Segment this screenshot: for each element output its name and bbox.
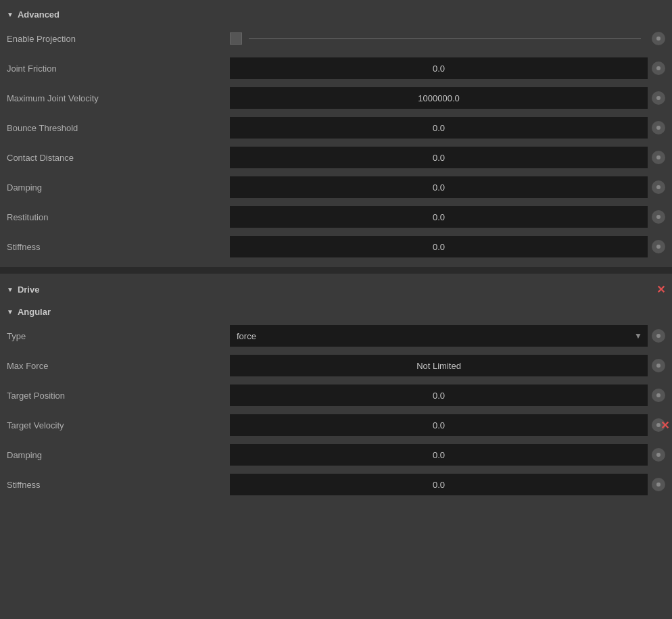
target-position-row: Target Position — [0, 380, 672, 410]
type-select[interactable]: force acceleration — [230, 325, 648, 347]
angular-title: Angular — [18, 307, 51, 317]
enable-projection-checkbox[interactable] — [230, 32, 242, 45]
contact-distance-dot-button[interactable] — [652, 151, 665, 164]
target-position-dot-button[interactable] — [652, 389, 665, 402]
drive-damping-label: Damping — [7, 450, 230, 460]
bounce-threshold-label: Bounce Threshold — [7, 123, 230, 133]
drive-title: Drive — [18, 284, 40, 295]
advanced-stiffness-control — [230, 236, 648, 257]
enable-projection-row: Enable Projection — [0, 24, 672, 53]
drive-close-button[interactable]: ✕ — [656, 283, 665, 296]
advanced-arrow-icon: ▼ — [7, 11, 14, 18]
drive-stiffness-input[interactable] — [230, 474, 648, 495]
drive-damping-input[interactable] — [230, 444, 648, 466]
angular-arrow-icon: ▼ — [7, 308, 14, 316]
bounce-threshold-row: Bounce Threshold — [0, 113, 672, 143]
max-force-label: Max Force — [7, 361, 230, 371]
joint-friction-row: Joint Friction — [0, 53, 672, 83]
main-section-divider — [0, 267, 672, 274]
drive-stiffness-dot-button[interactable] — [652, 478, 665, 491]
drive-damping-control — [230, 444, 648, 466]
joint-friction-control — [230, 57, 648, 79]
type-label: Type — [7, 331, 230, 341]
maximum-joint-velocity-row: Maximum Joint Velocity — [0, 83, 672, 113]
enable-projection-control — [230, 32, 648, 45]
max-force-control — [230, 355, 648, 376]
contact-distance-row: Contact Distance — [0, 143, 672, 172]
advanced-damping-input[interactable] — [230, 176, 648, 198]
drive-stiffness-row: Stiffness — [0, 470, 672, 499]
advanced-damping-dot-button[interactable] — [652, 180, 665, 194]
advanced-section: ▼ Advanced Enable Projection Joint Frict… — [0, 0, 672, 267]
maximum-joint-velocity-dot-button[interactable] — [652, 91, 665, 105]
angular-subsection-header[interactable]: ▼ Angular — [0, 303, 672, 321]
maximum-joint-velocity-control — [230, 87, 648, 109]
type-select-wrapper: force acceleration ▼ — [230, 325, 648, 347]
advanced-header[interactable]: ▼ Advanced — [0, 5, 672, 24]
maximum-joint-velocity-input[interactable] — [230, 87, 648, 109]
bounce-threshold-dot-button[interactable] — [652, 121, 665, 134]
target-position-control — [230, 385, 648, 406]
bounce-threshold-control — [230, 117, 648, 139]
max-force-input[interactable] — [230, 355, 648, 376]
enable-projection-slider-line — [249, 38, 641, 39]
advanced-stiffness-dot-button[interactable] — [652, 240, 665, 253]
drive-arrow-icon: ▼ — [7, 286, 14, 293]
target-velocity-delete-button[interactable]: ✕ — [656, 416, 672, 435]
restitution-input[interactable] — [230, 206, 648, 228]
contact-distance-label: Contact Distance — [7, 153, 230, 163]
advanced-damping-row: Damping — [0, 172, 672, 202]
target-velocity-row: Target Velocity ✕ — [0, 410, 672, 440]
drive-stiffness-label: Stiffness — [7, 480, 230, 490]
bounce-threshold-input[interactable] — [230, 117, 648, 139]
max-force-dot-button[interactable] — [652, 359, 665, 372]
joint-friction-input[interactable] — [230, 57, 648, 79]
restitution-row: Restitution — [0, 202, 672, 232]
advanced-stiffness-input[interactable] — [230, 236, 648, 257]
restitution-label: Restitution — [7, 212, 230, 222]
target-velocity-control — [230, 414, 648, 436]
contact-distance-input[interactable] — [230, 147, 648, 168]
advanced-damping-control — [230, 176, 648, 198]
drive-stiffness-control — [230, 474, 648, 495]
enable-projection-dot-button[interactable] — [652, 32, 665, 45]
type-dot-button[interactable] — [652, 329, 665, 343]
drive-section: ▼ Drive ✕ ▼ Angular Type force accelerat… — [0, 274, 672, 505]
advanced-stiffness-label: Stiffness — [7, 242, 230, 252]
advanced-title: Advanced — [18, 9, 59, 20]
target-position-label: Target Position — [7, 391, 230, 401]
max-force-row: Max Force — [0, 351, 672, 380]
drive-damping-dot-button[interactable] — [652, 448, 665, 462]
advanced-damping-label: Damping — [7, 182, 230, 193]
joint-friction-label: Joint Friction — [7, 64, 230, 74]
drive-damping-row: Damping — [0, 440, 672, 470]
type-row: Type force acceleration ▼ — [0, 321, 672, 351]
type-control: force acceleration ▼ — [230, 325, 648, 347]
restitution-control — [230, 206, 648, 228]
maximum-joint-velocity-label: Maximum Joint Velocity — [7, 93, 230, 103]
contact-distance-control — [230, 147, 648, 168]
joint-friction-dot-button[interactable] — [652, 61, 665, 75]
enable-projection-label: Enable Projection — [7, 34, 230, 44]
restitution-dot-button[interactable] — [652, 210, 665, 224]
advanced-stiffness-row: Stiffness — [0, 232, 672, 262]
drive-header[interactable]: ▼ Drive ✕ — [0, 279, 672, 300]
target-velocity-input[interactable] — [230, 414, 648, 436]
target-position-input[interactable] — [230, 385, 648, 406]
target-velocity-label: Target Velocity — [7, 420, 230, 430]
